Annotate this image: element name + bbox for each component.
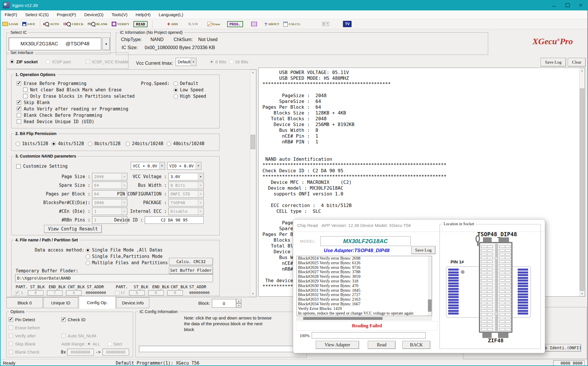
clear-button[interactable]: Clear [568,58,586,66]
not-clear-bad-block-checkbox[interactable] [23,88,27,92]
load-button[interactable]: LOAD [2,22,18,26]
partition17-cntblk[interactable]: 0 [167,290,183,295]
menu-item[interactable]: Select IC(S) [21,10,53,19]
erase-before-programming-checkbox[interactable] [17,81,21,86]
scroll-up-icon[interactable]: ▲ [580,69,585,72]
vio-offset-select[interactable]: VIO + 0.0V▼ [167,162,201,170]
partition1-stblk[interactable]: 0 [28,290,43,295]
partition17-stblk[interactable]: 0 [129,290,145,295]
maximize-button[interactable] [561,0,574,10]
zif-socket-radio[interactable] [10,60,14,64]
bitflip-4bits-radio[interactable] [52,142,56,146]
bits8-radio[interactable] [210,60,214,64]
blank-check-option-checkbox[interactable] [9,350,13,354]
speed-high-radio[interactable] [174,94,178,99]
package-select[interactable]: TSOP48▼ [168,199,204,206]
auto-button[interactable]: AAUTO [43,22,59,26]
icsp-port-radio[interactable] [46,60,50,64]
tv-button[interactable]: TV [343,21,352,27]
erase-button[interactable]: Erase [207,22,220,26]
tab-unique-id[interactable]: Unique ID [43,297,78,308]
partition17-endblk[interactable]: 0 [148,290,164,295]
calc-crc32-button[interactable]: Calcu. CRC32 [169,258,213,265]
customize-setting-checkbox[interactable] [16,164,21,169]
minimize-button[interactable] [547,0,561,10]
add-button[interactable]: +ADD [167,21,178,27]
auto-sn-checkbox[interactable] [61,334,66,338]
view-config-result-button[interactable]: View Config Resault [44,225,102,233]
single-file-all-radio[interactable] [86,248,90,252]
pin-configuration-select[interactable]: ONFI STD▼ [168,190,204,198]
block-spinner-field[interactable]: 0 [212,299,236,308]
single-file-partitions-radio[interactable] [86,254,90,259]
select-ic-dropdown-button[interactable]: ▼ [102,38,110,50]
temp-buffer-path-field[interactable]: D:\Xgpro\UserData\NAND [15,274,213,282]
multiple-files-radio[interactable] [86,261,90,265]
bitflip-40bits-radio[interactable] [167,142,171,146]
partition1-cntblk[interactable]: 4 [66,290,82,295]
menu-item[interactable]: Language(L) [155,10,187,19]
partition1-checkbox[interactable] [15,291,19,295]
blank-check-before-checkbox[interactable] [17,113,21,117]
menu-item[interactable]: Tools(V) [108,10,132,19]
scroll-down-icon[interactable]: ▼ [250,292,256,295]
bitflip-1bits-radio[interactable] [16,142,20,146]
bitflip-8bits-radio[interactable] [88,142,92,146]
icsp-vcc-checkbox[interactable] [86,60,90,64]
save-log-button[interactable]: Save Log [541,58,566,66]
speed-low-radio[interactable] [174,88,178,92]
block-spin-down-button[interactable]: ▼ [236,303,241,308]
tab-block0[interactable]: Block 0 [6,297,43,308]
erase-before-checkbox[interactable] [9,326,13,330]
save-button[interactable]: SAVE [22,22,35,26]
left-panel-scrollbar[interactable]: ▲ ▼ [250,70,256,296]
menu-item[interactable]: Project(P) [53,10,80,19]
skip-blank-checkbox[interactable] [17,100,21,105]
tab-config-op[interactable]: Config Op. [79,296,116,309]
title-bar[interactable]: Xgpro v12.39 ✕ [0,0,588,10]
pin-detect-checkbox[interactable] [9,317,13,322]
addr-sect-radio[interactable] [108,342,112,346]
set-buffer-folder-button[interactable]: Set Buffer Floder [169,267,213,274]
calcu-button[interactable]: CALCU. [283,22,301,27]
vcc-offset-select[interactable]: VCC + 0.0V▼ [131,162,165,170]
logic-by-button[interactable]: B-Y [322,22,329,26]
bits16-radio[interactable] [229,60,234,64]
speed-default-radio[interactable] [174,82,178,86]
log-scrollbar[interactable]: ▲ ▼ [579,68,585,296]
verify-button[interactable]: VERIFY [112,22,129,26]
verify-after-checkbox[interactable] [9,334,13,338]
log-scrollbar-thumb[interactable] [580,88,584,291]
ram-button[interactable]: RAM [188,22,198,26]
skip-blank-option-checkbox[interactable] [9,342,13,346]
scroll-down-icon[interactable]: ▼ [580,292,585,295]
vcc-voltage-select[interactable]: 3.0V▼ [168,173,204,180]
addr-all-radio[interactable] [87,342,91,346]
internal-ecc-select[interactable]: Disable▼ [168,208,204,215]
check-button[interactable]: IDCHECK [63,22,83,26]
close-button[interactable]: ✕ [574,0,587,10]
read-uid-checkbox[interactable] [17,119,21,124]
block-spin-up-button[interactable]: ▲ [236,299,241,303]
scrollbar-thumb[interactable] [251,135,255,149]
bus-width-select[interactable]: 8 Bits▼ [168,182,204,189]
about-button[interactable]: ?ABOUT [264,22,279,27]
addr-from-field[interactable]: 00000000 [67,349,94,356]
ic-test-button[interactable] [251,22,257,26]
auto-verify-checkbox[interactable] [17,107,21,111]
menu-item[interactable]: File(F) [1,10,21,19]
menu-item[interactable]: Device(D) [80,10,108,19]
partition17-checkbox[interactable] [115,291,120,295]
read-button[interactable]: READ [133,21,148,27]
auto-identify-onfi-button[interactable]: o Identi.(ONFI) [545,344,581,352]
addr-to-field[interactable]: 00000000 [102,349,129,356]
only-erase-partitions-checkbox[interactable] [23,94,27,98]
scroll-up-icon[interactable]: ▲ [250,71,256,74]
selected-ic-combo[interactable]: MX30LF2G18AC @TSOP48 [9,38,101,50]
vcc-imax-select[interactable]: Default▼ [176,58,196,66]
check-id-checkbox[interactable] [61,317,66,322]
partition1-endblk[interactable]: 7 [47,290,63,295]
bitflip-24bits-radio[interactable] [126,142,130,146]
menu-item[interactable]: Help(H) [132,10,155,19]
device-id-field[interactable]: C2 DA 90 95 [145,216,204,224]
